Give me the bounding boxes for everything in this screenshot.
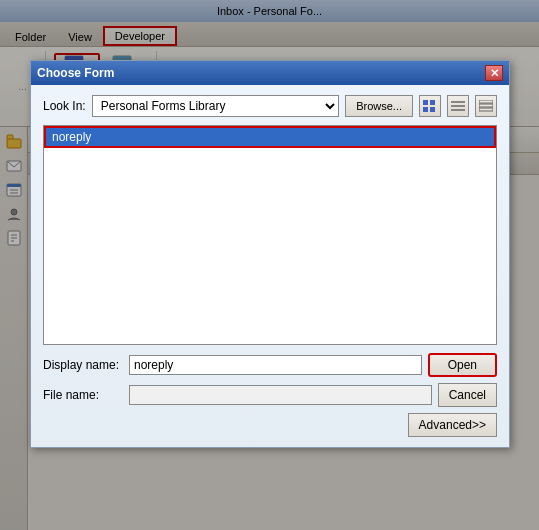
forms-list[interactable]: noreply xyxy=(43,125,497,345)
svg-rect-36 xyxy=(479,108,493,111)
look-in-label: Look In: xyxy=(43,99,86,113)
view-icon-btn-3[interactable] xyxy=(475,95,497,117)
modal-body: Look In: Personal Forms Library Browse..… xyxy=(31,85,509,447)
file-name-input xyxy=(129,385,432,405)
view-icon-btn-2[interactable] xyxy=(447,95,469,117)
display-name-label: Display name: xyxy=(43,358,123,372)
file-name-label: File name: xyxy=(43,388,123,402)
svg-rect-27 xyxy=(423,100,428,105)
modal-overlay: Choose Form ✕ Look In: Personal Forms Li… xyxy=(0,0,539,530)
svg-rect-28 xyxy=(430,100,435,105)
display-name-input[interactable] xyxy=(129,355,422,375)
choose-form-dialog: Choose Form ✕ Look In: Personal Forms Li… xyxy=(30,60,510,448)
open-button[interactable]: Open xyxy=(428,353,497,377)
svg-rect-34 xyxy=(479,100,493,103)
svg-rect-29 xyxy=(423,107,428,112)
modal-title: Choose Form xyxy=(37,66,114,80)
browse-button[interactable]: Browse... xyxy=(345,95,413,117)
list-item-noreply[interactable]: noreply xyxy=(44,126,496,148)
advanced-row: Advanced>> xyxy=(43,413,497,437)
view-icon-btn-1[interactable] xyxy=(419,95,441,117)
look-in-select[interactable]: Personal Forms Library xyxy=(92,95,339,117)
display-name-row: Display name: Open xyxy=(43,353,497,377)
cancel-button[interactable]: Cancel xyxy=(438,383,497,407)
svg-rect-35 xyxy=(479,104,493,107)
modal-close-button[interactable]: ✕ xyxy=(485,65,503,81)
modal-titlebar: Choose Form ✕ xyxy=(31,61,509,85)
svg-rect-30 xyxy=(430,107,435,112)
look-in-row: Look In: Personal Forms Library Browse..… xyxy=(43,95,497,117)
advanced-button[interactable]: Advanced>> xyxy=(408,413,497,437)
file-name-row: File name: Cancel xyxy=(43,383,497,407)
